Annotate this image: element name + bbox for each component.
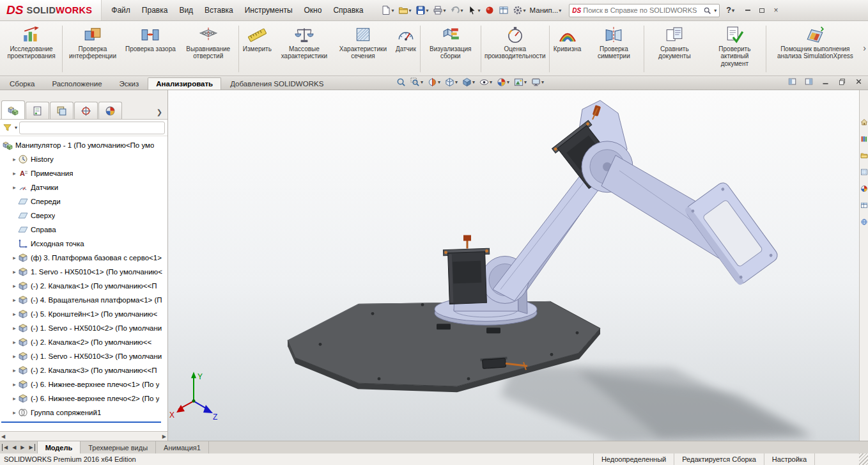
ribbon-button-compare-documents[interactable]: Сравнить документы [645,22,704,75]
custom-properties-icon[interactable] [860,201,868,209]
ribbon-button-assembly-visualization[interactable]: Визуализация сборки [421,22,480,75]
expand-arrow-icon[interactable]: ▸ [11,283,18,289]
expand-arrow-icon[interactable]: ▸ [11,170,18,177]
search-scope-caret[interactable]: ▾ [714,8,717,13]
tab-display-manager[interactable] [98,102,122,119]
display-style-button[interactable]: ▾ [462,77,475,87]
ribbon-button-mass-properties[interactable]: Массовые характеристики [275,22,334,75]
tree-item-component[interactable]: ▸ (-) 1. Servo - HX5010<3> (По умолчани [0,349,167,363]
tab-3d-views[interactable]: Трехмерные виды [81,441,156,453]
ribbon-button-curvature[interactable]: Кривизна [550,22,585,75]
tab-sketch[interactable]: Эскиз [111,77,148,90]
ribbon-button-clearance-check[interactable]: Проверка зазора [122,22,179,75]
close-document-icon[interactable] [855,77,863,86]
expand-arrow-icon[interactable]: ▸ [11,381,18,388]
prev-tab-button[interactable]: ◀ [11,444,17,451]
tab-model[interactable]: Модель [38,441,81,453]
tree-item-component[interactable]: ▸ (ф) 3. Платформа базовая с серво<1> [0,251,167,265]
view-orientation-button[interactable]: ▾ [445,77,458,87]
next-tab-button[interactable]: ▶ [19,444,26,451]
tree-item-component[interactable]: ▸ (-) 5. Кронштейн<1> (По умолчанию< [0,307,167,321]
ribbon-button-sensor[interactable]: Датчик [392,22,419,75]
ribbon-button-simulationxpress[interactable]: Помощник выполнения анализа SimulationXp… [767,22,863,75]
tree-item-sensors[interactable]: ▸ Датчики [0,180,167,194]
forum-icon[interactable] [860,218,868,226]
panel-tabs-chevron[interactable]: ❯ [153,106,166,119]
zoom-to-area-button[interactable]: ▾ [410,77,423,87]
view-settings-button[interactable]: ▾ [531,77,544,87]
ribbon-button-measure[interactable]: Измерить [240,22,275,75]
apply-scene-button[interactable]: ▾ [514,77,527,87]
graphics-area[interactable]: Y X Z [168,90,859,441]
menu-help[interactable]: Справка [327,3,369,17]
customize-status-button[interactable]: Настройка [764,453,814,465]
tab-evaluate[interactable]: Анализировать [148,77,221,90]
ribbon-button-hole-alignment[interactable]: Выравнивание отверстий [179,22,238,75]
expand-arrow-icon[interactable]: ▸ [11,353,18,359]
3d-scene[interactable]: Y X Z [168,90,859,441]
tree-item-component[interactable]: ▸ (-) 2. Качалка<3> (По умолчанию<<П [0,363,167,377]
task-scheduler-button[interactable] [497,4,510,17]
tab-animation1[interactable]: Анимация1 [156,441,209,453]
ribbon-button-performance-evaluation[interactable]: Оценка производительности [482,22,548,75]
new-document-button[interactable]: ▾ [380,4,396,17]
menu-window[interactable]: Окно [298,3,328,17]
expand-arrow-icon[interactable]: ▸ [11,395,18,402]
search-icon[interactable] [703,6,711,15]
tab-feature-manager[interactable] [1,100,25,119]
pane-right-icon[interactable] [805,77,813,86]
expand-arrow-icon[interactable]: ▸ [11,325,18,331]
tree-filter-input[interactable] [19,122,165,134]
undo-button[interactable]: ▾ [449,4,465,17]
resize-grip[interactable] [859,453,868,465]
minimize-button[interactable] [741,4,755,16]
options-button[interactable]: ▾ [511,4,527,17]
expand-arrow-icon[interactable]: ▸ [11,339,18,345]
zoom-to-fit-button[interactable] [396,77,406,87]
minimize-document-icon[interactable] [821,77,830,86]
menu-tools[interactable]: Инструменты [239,3,298,17]
menu-file[interactable]: Файл [105,3,136,17]
tree-item-history[interactable]: ▸ History [0,152,167,166]
file-explorer-icon[interactable] [860,152,868,159]
first-tab-button[interactable]: ◀ [2,444,9,451]
last-tab-button[interactable]: ▶ [27,444,35,451]
search-input[interactable] [583,6,701,14]
expand-arrow-icon[interactable]: ▸ [11,156,18,162]
section-view-button[interactable]: ▾ [428,77,440,87]
menu-edit[interactable]: Правка [136,3,174,17]
tree-item-component[interactable]: ▸ (-) 6. Нижнее-верхнее плечо<1> (По у [0,377,167,391]
expand-arrow-icon[interactable]: ▸ [11,311,18,317]
expand-arrow-icon[interactable]: ▸ [11,297,18,303]
tree-end-bar[interactable] [1,422,161,423]
pane-left-icon[interactable] [788,77,796,86]
view-palette-icon[interactable] [860,168,868,176]
tree-item-mates-group[interactable]: ▸ Группа сопряжений1 [0,406,167,420]
ribbon-button-symmetry-check[interactable]: Проверка симметрии [584,22,643,75]
design-library-icon[interactable] [860,135,868,143]
save-button[interactable]: ▾ [414,4,430,17]
tree-item-assembly-root[interactable]: Манипулятор - 1 (По умолчанию<По умо [0,138,167,152]
tree-item-component[interactable]: ▸ (-) 6. Нижнее-верхнее плечо<2> (По у [0,391,167,406]
tree-item-top-plane[interactable]: Сверху [0,209,167,223]
scroll-right-button[interactable]: ▶ [162,434,166,439]
document-dropdown[interactable]: Манип...▾ [527,5,564,15]
tree-item-right-plane[interactable]: Справа [0,223,167,237]
expand-arrow-icon[interactable]: ▸ [11,255,18,261]
restore-button[interactable] [755,4,769,16]
xpress-products-button[interactable] [483,4,496,17]
expand-arrow-icon[interactable]: ▸ [11,409,18,416]
expand-arrow-icon[interactable]: ▸ [11,269,18,275]
panel-horizontal-scrollbar[interactable]: ◀ ▶ [0,431,167,441]
tree-item-component[interactable]: ▸ 1. Servo - HX5010<1> (По умолчанию< [0,265,167,279]
tree-item-origin[interactable]: Исходная точка [0,237,167,251]
tree-item-component[interactable]: ▸ (-) 4. Вращательная платформа<1> (П [0,293,167,307]
tree-item-component[interactable]: ▸ (-) 2. Качалка<2> (По умолчанию<< [0,335,167,349]
ribbon-button-section-properties[interactable]: Характеристики сечения [334,22,392,75]
tree-item-component[interactable]: ▸ (-) 2. Качалка<1> (По умолчанию<<П [0,279,167,293]
help-button[interactable]: ?▾ [724,4,737,16]
print-button[interactable]: ▾ [431,4,447,17]
close-button[interactable]: × [769,4,783,16]
menu-view[interactable]: Вид [173,3,199,17]
ribbon-button-design-study[interactable]: Исследование проектирования [1,22,61,75]
